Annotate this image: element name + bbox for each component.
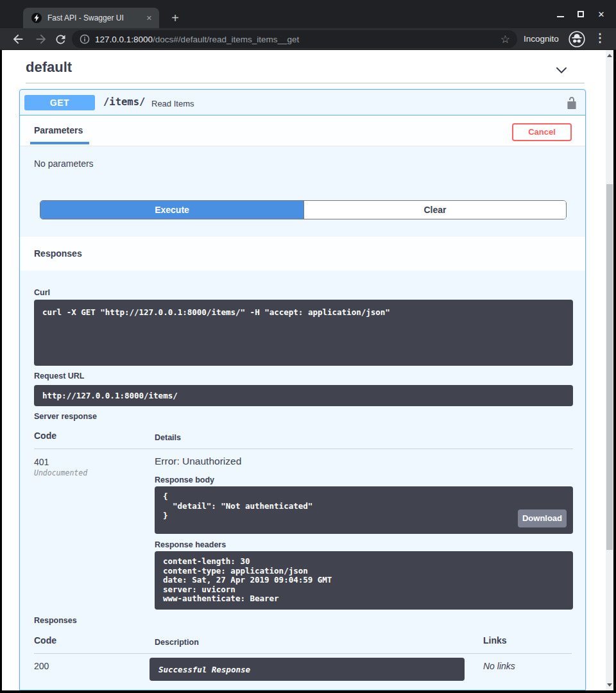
address-bar[interactable]: 127.0.0.1:8000/docs#/default/read_items_… [72, 30, 517, 48]
links-column-header: Links [483, 635, 507, 646]
undocumented-label: Undocumented [34, 468, 87, 477]
reload-button[interactable] [53, 31, 68, 47]
curl-label: Curl [34, 288, 50, 297]
response-body-line: } [155, 511, 573, 520]
incognito-label: Incognito [524, 34, 559, 44]
request-url-block: http://127.0.0.1:8000/items/ [34, 385, 573, 406]
tab-title: Fast API - Swagger UI [47, 13, 146, 22]
window-minimize-button[interactable] [553, 7, 567, 21]
scrollbar-thumb[interactable] [606, 184, 613, 550]
response-header-line: content-length: 30 [155, 551, 573, 567]
table-divider [34, 449, 573, 449]
browser-menu-icon[interactable]: ⋮ [594, 31, 606, 45]
responses-title: Responses [34, 248, 82, 259]
response-body-line: "detail": "Not authenticated" [155, 501, 573, 511]
section-collapse-button[interactable] [554, 64, 569, 80]
minimize-icon [557, 16, 564, 17]
table-divider [34, 653, 572, 654]
response-description: Error: Unauthorized [155, 456, 241, 467]
curl-block[interactable]: curl -X GET "http://127.0.0.1:8000/items… [34, 300, 573, 366]
page-info-icon[interactable] [80, 34, 90, 44]
section-divider [26, 83, 585, 83]
description-column-header: Description [155, 638, 199, 647]
execute-wrapper: Execute Clear [40, 200, 567, 219]
browser-toolbar: 127.0.0.1:8000/docs#/default/read_items_… [0, 28, 616, 50]
page-scrollbar[interactable] [606, 50, 613, 690]
request-url-value: http://127.0.0.1:8000/items/ [34, 385, 573, 400]
url-path: /docs#/default/read_items_items__get [153, 35, 299, 44]
auth-unlock-button[interactable] [565, 96, 578, 112]
bookmark-star-icon[interactable]: ☆ [501, 33, 510, 46]
opblock-get-items: GET /items/ Read Items Parameters Cancel… [19, 89, 586, 690]
section-title: default [26, 59, 72, 76]
browser-tab[interactable]: Fast API - Swagger UI ✕ [23, 8, 159, 28]
cancel-button[interactable]: Cancel [512, 123, 572, 141]
endpoint-path: /items/ [103, 96, 145, 108]
download-button[interactable]: Download [518, 509, 567, 527]
response-header-line: date: Sat, 27 Apr 2019 09:04:59 GMT [155, 576, 573, 585]
forward-button[interactable] [33, 31, 49, 47]
maximize-icon [578, 11, 584, 17]
chevron-down-icon [554, 64, 569, 77]
reload-icon [54, 33, 67, 46]
response-headers-block: content-length: 30 content-type: applica… [155, 551, 573, 610]
doc-status-code: 200 [34, 661, 49, 671]
response-header-line: www-authenticate: Bearer [155, 594, 573, 604]
code-column-header: Code [34, 635, 56, 646]
url-host: 127.0.0.1:8000 [95, 35, 153, 44]
response-body-line: { [155, 486, 573, 501]
scrollbar-down-arrow-icon[interactable] [607, 683, 612, 687]
incognito-icon [569, 31, 585, 47]
doc-description-text: Successful Response [150, 658, 465, 674]
opblock-summary[interactable]: GET /items/ Read Items [20, 90, 585, 116]
scrollbar-up-arrow-icon[interactable] [607, 54, 612, 57]
doc-links-text: No links [483, 661, 515, 671]
window-maximize-button[interactable] [574, 7, 588, 21]
tab-close-icon[interactable]: ✕ [146, 14, 152, 22]
doc-description-block: Successful Response [150, 658, 465, 681]
forward-arrow-icon [34, 32, 48, 46]
back-arrow-icon [11, 32, 25, 46]
endpoint-summary: Read Items [151, 99, 194, 108]
back-button[interactable] [10, 31, 26, 47]
window-close-button[interactable]: ✕ [594, 7, 608, 21]
details-column-header: Details [155, 433, 181, 442]
response-headers-label: Response headers [155, 540, 226, 549]
response-status-code: 401 [34, 457, 49, 467]
unlocked-padlock-icon [565, 96, 578, 109]
curl-command: curl -X GET "http://127.0.0.1:8000/items… [34, 300, 573, 317]
parameters-tab-header: Parameters Cancel [20, 116, 585, 146]
active-tab-underline [30, 142, 89, 144]
response-body-label: Response body [155, 475, 214, 484]
execute-button[interactable]: Execute [40, 201, 304, 219]
server-response-label: Server response [34, 412, 97, 421]
documented-responses-label: Responses [34, 616, 77, 625]
response-body-block: { "detail": "Not authenticated" } Downlo… [155, 486, 573, 534]
new-tab-button[interactable]: + [167, 11, 184, 26]
swagger-page: default GET /items/ Read Items Parameter… [2, 50, 613, 690]
responses-section-header: Responses [20, 237, 585, 271]
browser-titlebar: Fast API - Swagger UI ✕ + ✕ [0, 0, 616, 28]
request-url-label: Request URL [34, 372, 84, 381]
method-badge: GET [24, 95, 95, 110]
response-header-line: content-type: application/json [155, 567, 573, 576]
no-parameters-text: No parameters [34, 158, 94, 169]
code-column-header: Code [34, 431, 56, 441]
fastapi-favicon-icon [31, 13, 42, 23]
clear-button[interactable]: Clear [304, 201, 566, 219]
tab-parameters[interactable]: Parameters [34, 125, 83, 135]
response-header-line: server: uvicorn [155, 585, 573, 595]
